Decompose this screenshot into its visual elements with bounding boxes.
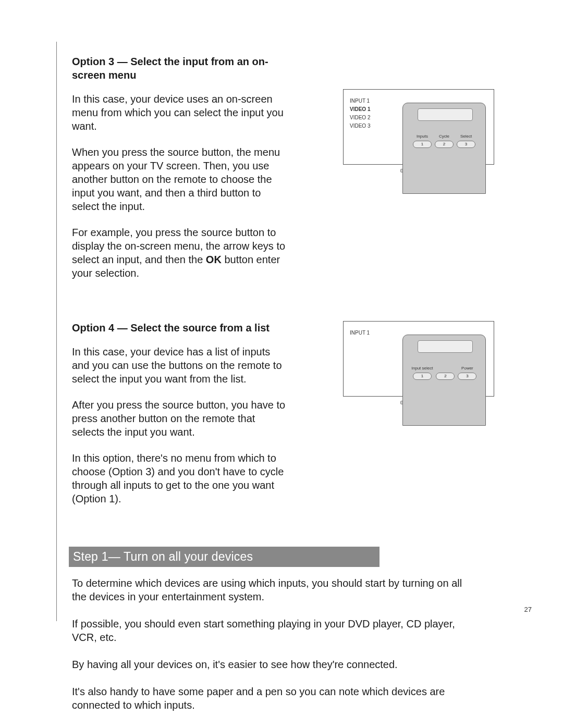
remote-label: Select [460, 134, 472, 139]
page-content: Option 3 — Select the input from an on-s… [72, 55, 494, 725]
remote-label: Input select [412, 366, 433, 371]
option4-para1: In this case, your device has a list of … [72, 345, 288, 386]
osd-item: VIDEO 2 [350, 114, 370, 122]
step1-para2: If possible, you should even start somet… [72, 617, 468, 644]
remote-col: 2 [436, 366, 455, 380]
option3-para1: In this case, your device uses an on-scr… [72, 92, 288, 133]
step1-para4: It's also handy to have some paper and a… [72, 685, 468, 712]
option3-section: Option 3 — Select the input from an on-s… [72, 55, 494, 292]
osd-menu: INPUT 1 [350, 329, 370, 337]
remote-label: Cycle [439, 134, 449, 139]
step1-para1: To determine which devices are using whi… [72, 576, 468, 603]
option4-para2: After you press the source button, you h… [72, 398, 288, 439]
osd-item: VIDEO 3 [350, 122, 370, 130]
remote-label: Power [461, 366, 473, 371]
left-margin-rule [56, 42, 57, 621]
remote-button: 2 [436, 373, 455, 380]
osd-menu: INPUT 1 VIDEO 1 VIDEO 2 VIDEO 3 [350, 97, 370, 130]
osd-item: INPUT 1 [350, 329, 370, 337]
osd-item: INPUT 1 [350, 97, 370, 105]
option4-section: Option 4 — Select the source from a list… [72, 321, 494, 518]
option4-para3: In this option, there's no menu from whi… [72, 451, 288, 505]
osd-item-selected: VIDEO 1 [350, 105, 370, 114]
remote-body: Inputs 1 Cycle 2 Select 3 [402, 103, 486, 194]
option3-para3-bold: OK [206, 254, 222, 265]
remote-display [418, 340, 473, 353]
remote-label: Inputs [417, 134, 428, 139]
step1-title-bar: Step 1— Turn on all your devices [69, 547, 380, 567]
remote-col: Inputs 1 [413, 134, 432, 148]
option3-text-column: Option 3 — Select the input from an on-s… [72, 55, 288, 292]
remote-button: 2 [435, 141, 454, 148]
remote-button-row: Input select 1 2 Power 3 [403, 366, 485, 380]
remote-button: 3 [458, 373, 476, 380]
option3-para3: For example, you press the source button… [72, 226, 288, 280]
remote-col: Input select 1 [412, 366, 433, 380]
remote-button: 1 [413, 373, 432, 380]
step1-para3: By having all your devices on, it's easi… [72, 658, 468, 671]
remote-button: 3 [457, 141, 475, 148]
option4-text-column: Option 4 — Select the source from a list… [72, 321, 288, 518]
remote-col: Cycle 2 [435, 134, 454, 148]
remote-col: Select 3 [457, 134, 475, 148]
option4-heading: Option 4 — Select the source from a list [72, 321, 288, 335]
document-page: Option 3 — Select the input from an on-s… [0, 0, 563, 728]
remote-button: 1 [413, 141, 432, 148]
figure-option3: INPUT 1 VIDEO 1 VIDEO 2 VIDEO 3 Inputs 1 [343, 89, 494, 193]
page-number: 27 [524, 606, 532, 613]
remote-button-row: Inputs 1 Cycle 2 Select 3 [403, 134, 485, 148]
option3-para2: When you press the source button, the me… [72, 145, 288, 213]
option3-heading: Option 3 — Select the input from an on-s… [72, 55, 288, 82]
remote-body: Input select 1 2 Power 3 [402, 335, 486, 426]
remote-display [418, 108, 473, 121]
remote-col: Power 3 [458, 366, 476, 380]
figure-option4: INPUT 1 Input select 1 2 [343, 321, 494, 425]
